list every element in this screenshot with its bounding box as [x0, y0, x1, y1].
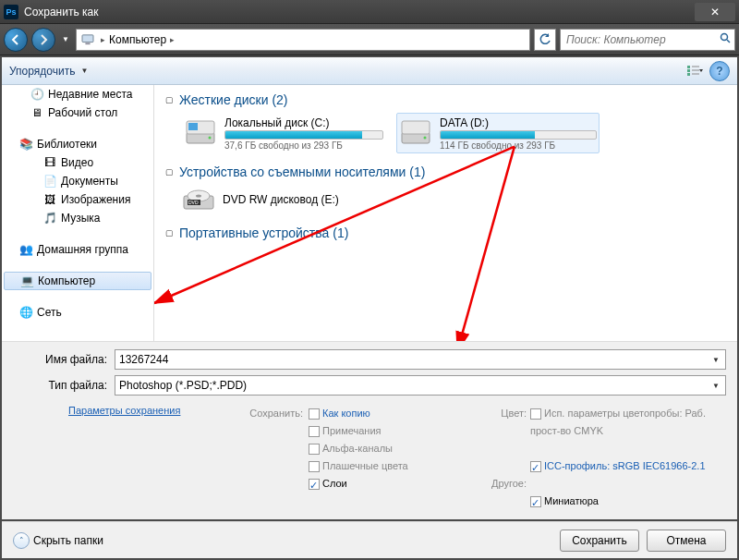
refresh-icon [539, 33, 551, 46]
dvd-drive-icon: DVD [182, 183, 215, 216]
checkbox-as-copy[interactable] [309, 408, 320, 420]
content-pane[interactable]: ▢ Жесткие диски (2) Локальный диск (C:) … [154, 85, 737, 341]
svg-rect-12 [188, 123, 198, 130]
sidebar-item-network[interactable]: 🌐Сеть [2, 303, 153, 322]
search-box[interactable] [560, 29, 735, 51]
filename-input[interactable]: 13267244 ▼ [115, 349, 726, 370]
hide-folders-button[interactable]: ˄ Скрыть папки [13, 532, 103, 549]
save-params-link[interactable]: Параметры сохранения [68, 405, 180, 416]
sidebar-item-recent[interactable]: 🕘Недавние места [2, 85, 153, 103]
svg-point-16 [424, 137, 427, 140]
save-as-dialog: Ps Сохранить как ✕ ▼ ▸ Компьютер ▸ [0, 0, 739, 560]
checkbox-notes[interactable] [309, 426, 320, 437]
chevron-down-icon: ▼ [80, 67, 88, 75]
save-label: Сохранить: [249, 408, 303, 419]
nav-bar: ▼ ▸ Компьютер ▸ [0, 24, 739, 55]
sidebar-item-computer[interactable]: 💻Компьютер [4, 272, 151, 290]
forward-button[interactable] [31, 28, 55, 52]
sidebar-item-homegroup[interactable]: 👥Домашняя группа [2, 240, 153, 259]
svg-rect-5 [687, 69, 690, 72]
documents-icon: 📄 [42, 174, 57, 189]
computer-icon [80, 33, 95, 46]
svg-point-2 [721, 34, 728, 41]
back-button[interactable] [4, 28, 28, 52]
desktop-icon: 🖥 [30, 105, 44, 120]
breadcrumb-computer[interactable]: Компьютер [107, 33, 168, 46]
window-title: Сохранить как [24, 6, 98, 18]
save-button[interactable]: Сохранить [560, 530, 639, 552]
collapse-icon: ▢ [165, 167, 174, 177]
section-removable[interactable]: ▢ Устройства со съемными носителями (1) [165, 164, 726, 179]
svg-rect-1 [85, 43, 90, 44]
svg-rect-6 [687, 73, 690, 76]
chevron-right-icon: ▸ [168, 35, 176, 44]
music-icon: 🎵 [42, 211, 57, 225]
checkbox-layers[interactable] [309, 479, 320, 490]
help-button[interactable]: ? [709, 61, 730, 81]
svg-line-3 [727, 40, 730, 43]
other-label: Другое: [491, 478, 527, 489]
navigation-pane: 🕘Недавние места 🖥Рабочий стол 📚Библиотек… [2, 85, 154, 341]
collapse-icon: ▢ [165, 95, 174, 104]
video-icon: 🎞 [42, 155, 57, 170]
sidebar-item-video[interactable]: 🎞Видео [2, 153, 153, 172]
filetype-select[interactable]: Photoshop (*.PSD;*.PDD) ▼ [115, 375, 726, 396]
svg-rect-15 [402, 121, 430, 134]
libraries-icon: 📚 [18, 137, 33, 152]
images-icon: 🖼 [42, 192, 57, 207]
filename-label: Имя файла: [13, 353, 115, 366]
sidebar-item-images[interactable]: 🖼Изображения [2, 190, 153, 209]
svg-text:DVD: DVD [188, 200, 199, 205]
chevron-right-icon: ▸ [99, 35, 107, 44]
close-button[interactable]: ✕ [695, 3, 735, 21]
toolbar: Упорядочить ▼ ? [2, 57, 737, 85]
history-dropdown[interactable]: ▼ [59, 28, 72, 52]
color-label: Цвет: [501, 408, 527, 419]
refresh-button[interactable] [534, 29, 556, 51]
checkbox-alpha[interactable] [309, 444, 320, 455]
organize-label: Упорядочить [9, 65, 75, 78]
view-options-button[interactable] [685, 61, 706, 81]
svg-rect-4 [687, 66, 690, 68]
chevron-down-icon[interactable]: ▼ [709, 378, 723, 393]
section-hard-drives[interactable]: ▢ Жесткие диски (2) [165, 92, 726, 107]
search-icon [720, 32, 731, 46]
collapse-icon: ▢ [165, 228, 174, 237]
recent-icon: 🕘 [30, 87, 44, 102]
hdd-icon [184, 116, 217, 150]
network-icon: 🌐 [18, 305, 33, 320]
sidebar-item-desktop[interactable]: 🖥Рабочий стол [2, 103, 153, 122]
sidebar-item-music[interactable]: 🎵Музыка [2, 209, 153, 227]
address-bar[interactable]: ▸ Компьютер ▸ [76, 29, 530, 51]
drive-d[interactable]: DATA (D:) 114 ГБ свободно из 293 ГБ [396, 113, 600, 153]
sidebar-item-documents[interactable]: 📄Документы [2, 172, 153, 190]
homegroup-icon: 👥 [18, 242, 33, 257]
svg-rect-0 [82, 34, 93, 42]
arrow-left-icon [9, 33, 22, 46]
cancel-button[interactable]: Отмена [647, 530, 726, 552]
drive-c[interactable]: Локальный диск (C:) 37,6 ГБ свободно из … [182, 113, 385, 153]
organize-button[interactable]: Упорядочить ▼ [9, 65, 88, 78]
computer-icon: 💻 [19, 274, 34, 288]
drive-dvd[interactable]: DVD DVD RW дисковод (E:) [182, 183, 726, 216]
chevron-down-icon[interactable]: ▼ [709, 352, 723, 367]
svg-point-13 [209, 137, 212, 140]
section-portable[interactable]: ▢ Портативные устройства (1) [165, 225, 726, 240]
view-icon [687, 65, 704, 78]
checkbox-thumbnail[interactable] [530, 496, 541, 507]
sidebar-item-libraries[interactable]: 📚Библиотеки [2, 135, 153, 153]
checkbox-proof[interactable] [530, 408, 541, 420]
save-options: Параметры сохранения Сохранить: Как копи… [13, 405, 726, 510]
checkbox-spot[interactable] [309, 461, 320, 472]
chevron-up-icon: ˄ [13, 532, 30, 549]
title-bar[interactable]: Ps Сохранить как ✕ [0, 0, 739, 24]
svg-point-19 [196, 195, 201, 198]
search-input[interactable] [564, 32, 720, 47]
dialog-footer: ˄ Скрыть папки Сохранить Отмена [2, 521, 737, 558]
arrow-right-icon [37, 33, 50, 46]
filetype-label: Тип файла: [13, 379, 115, 392]
file-fields-panel: Имя файла: 13267244 ▼ Тип файла: Photosh… [2, 341, 737, 519]
checkbox-icc[interactable] [530, 461, 541, 472]
photoshop-icon: Ps [4, 5, 18, 19]
hdd-icon [399, 116, 432, 150]
